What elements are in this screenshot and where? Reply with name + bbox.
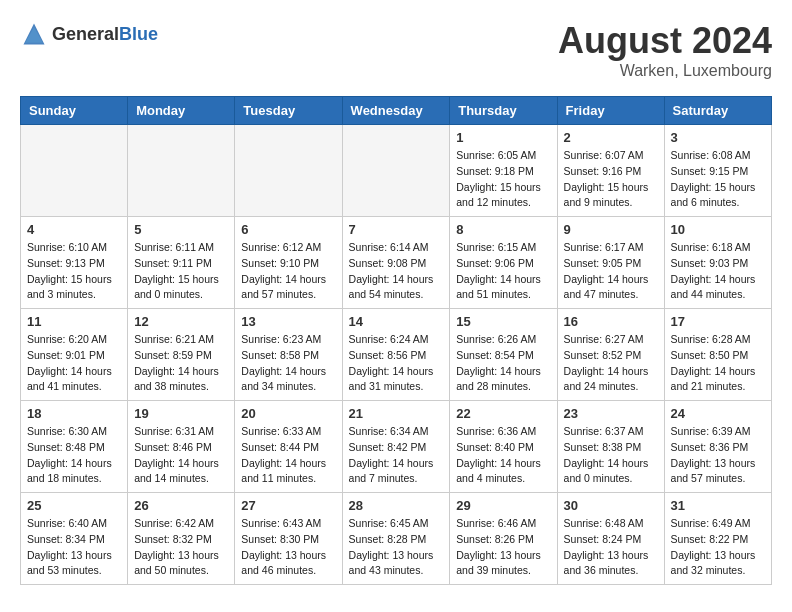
day-number: 26	[134, 498, 228, 513]
calendar-cell	[128, 125, 235, 217]
day-number: 4	[27, 222, 121, 237]
day-info: Sunrise: 6:23 AM Sunset: 8:58 PM Dayligh…	[241, 332, 335, 395]
calendar-cell: 21Sunrise: 6:34 AM Sunset: 8:42 PM Dayli…	[342, 401, 450, 493]
calendar-cell: 1Sunrise: 6:05 AM Sunset: 9:18 PM Daylig…	[450, 125, 557, 217]
month-year: August 2024	[558, 20, 772, 62]
calendar-cell: 19Sunrise: 6:31 AM Sunset: 8:46 PM Dayli…	[128, 401, 235, 493]
week-row-2: 4Sunrise: 6:10 AM Sunset: 9:13 PM Daylig…	[21, 217, 772, 309]
title-block: August 2024 Warken, Luxembourg	[558, 20, 772, 80]
day-number: 3	[671, 130, 765, 145]
day-number: 27	[241, 498, 335, 513]
logo-icon	[20, 20, 48, 48]
day-info: Sunrise: 6:10 AM Sunset: 9:13 PM Dayligh…	[27, 240, 121, 303]
calendar-cell: 28Sunrise: 6:45 AM Sunset: 8:28 PM Dayli…	[342, 493, 450, 585]
calendar-cell: 17Sunrise: 6:28 AM Sunset: 8:50 PM Dayli…	[664, 309, 771, 401]
day-number: 6	[241, 222, 335, 237]
day-number: 31	[671, 498, 765, 513]
calendar-cell: 3Sunrise: 6:08 AM Sunset: 9:15 PM Daylig…	[664, 125, 771, 217]
weekday-header-row: Sunday Monday Tuesday Wednesday Thursday…	[21, 97, 772, 125]
day-info: Sunrise: 6:46 AM Sunset: 8:26 PM Dayligh…	[456, 516, 550, 579]
calendar-cell: 11Sunrise: 6:20 AM Sunset: 9:01 PM Dayli…	[21, 309, 128, 401]
calendar-cell: 23Sunrise: 6:37 AM Sunset: 8:38 PM Dayli…	[557, 401, 664, 493]
day-info: Sunrise: 6:14 AM Sunset: 9:08 PM Dayligh…	[349, 240, 444, 303]
day-info: Sunrise: 6:31 AM Sunset: 8:46 PM Dayligh…	[134, 424, 228, 487]
day-number: 19	[134, 406, 228, 421]
header-saturday: Saturday	[664, 97, 771, 125]
day-number: 25	[27, 498, 121, 513]
day-number: 30	[564, 498, 658, 513]
svg-marker-1	[25, 27, 43, 43]
day-number: 5	[134, 222, 228, 237]
day-info: Sunrise: 6:37 AM Sunset: 8:38 PM Dayligh…	[564, 424, 658, 487]
calendar-cell	[342, 125, 450, 217]
calendar-cell: 22Sunrise: 6:36 AM Sunset: 8:40 PM Dayli…	[450, 401, 557, 493]
calendar-cell: 4Sunrise: 6:10 AM Sunset: 9:13 PM Daylig…	[21, 217, 128, 309]
header-friday: Friday	[557, 97, 664, 125]
calendar-cell: 14Sunrise: 6:24 AM Sunset: 8:56 PM Dayli…	[342, 309, 450, 401]
day-info: Sunrise: 6:49 AM Sunset: 8:22 PM Dayligh…	[671, 516, 765, 579]
day-number: 15	[456, 314, 550, 329]
day-info: Sunrise: 6:08 AM Sunset: 9:15 PM Dayligh…	[671, 148, 765, 211]
day-info: Sunrise: 6:42 AM Sunset: 8:32 PM Dayligh…	[134, 516, 228, 579]
day-number: 11	[27, 314, 121, 329]
day-info: Sunrise: 6:48 AM Sunset: 8:24 PM Dayligh…	[564, 516, 658, 579]
header-monday: Monday	[128, 97, 235, 125]
calendar-cell: 2Sunrise: 6:07 AM Sunset: 9:16 PM Daylig…	[557, 125, 664, 217]
day-info: Sunrise: 6:26 AM Sunset: 8:54 PM Dayligh…	[456, 332, 550, 395]
calendar-cell	[235, 125, 342, 217]
day-number: 21	[349, 406, 444, 421]
day-number: 7	[349, 222, 444, 237]
calendar-cell: 25Sunrise: 6:40 AM Sunset: 8:34 PM Dayli…	[21, 493, 128, 585]
logo: GeneralBlue	[20, 20, 158, 48]
day-number: 18	[27, 406, 121, 421]
day-info: Sunrise: 6:15 AM Sunset: 9:06 PM Dayligh…	[456, 240, 550, 303]
header-sunday: Sunday	[21, 97, 128, 125]
day-info: Sunrise: 6:28 AM Sunset: 8:50 PM Dayligh…	[671, 332, 765, 395]
day-number: 28	[349, 498, 444, 513]
day-number: 9	[564, 222, 658, 237]
day-number: 22	[456, 406, 550, 421]
day-info: Sunrise: 6:17 AM Sunset: 9:05 PM Dayligh…	[564, 240, 658, 303]
calendar-cell: 7Sunrise: 6:14 AM Sunset: 9:08 PM Daylig…	[342, 217, 450, 309]
calendar-cell: 15Sunrise: 6:26 AM Sunset: 8:54 PM Dayli…	[450, 309, 557, 401]
calendar-cell: 12Sunrise: 6:21 AM Sunset: 8:59 PM Dayli…	[128, 309, 235, 401]
day-info: Sunrise: 6:11 AM Sunset: 9:11 PM Dayligh…	[134, 240, 228, 303]
day-info: Sunrise: 6:18 AM Sunset: 9:03 PM Dayligh…	[671, 240, 765, 303]
calendar-cell: 27Sunrise: 6:43 AM Sunset: 8:30 PM Dayli…	[235, 493, 342, 585]
day-number: 24	[671, 406, 765, 421]
day-number: 13	[241, 314, 335, 329]
logo-blue: Blue	[119, 24, 158, 44]
calendar-cell: 13Sunrise: 6:23 AM Sunset: 8:58 PM Dayli…	[235, 309, 342, 401]
calendar-cell	[21, 125, 128, 217]
location: Warken, Luxembourg	[558, 62, 772, 80]
week-row-5: 25Sunrise: 6:40 AM Sunset: 8:34 PM Dayli…	[21, 493, 772, 585]
calendar-cell: 16Sunrise: 6:27 AM Sunset: 8:52 PM Dayli…	[557, 309, 664, 401]
day-number: 8	[456, 222, 550, 237]
calendar-cell: 24Sunrise: 6:39 AM Sunset: 8:36 PM Dayli…	[664, 401, 771, 493]
calendar-cell: 10Sunrise: 6:18 AM Sunset: 9:03 PM Dayli…	[664, 217, 771, 309]
day-info: Sunrise: 6:20 AM Sunset: 9:01 PM Dayligh…	[27, 332, 121, 395]
day-number: 12	[134, 314, 228, 329]
calendar-cell: 31Sunrise: 6:49 AM Sunset: 8:22 PM Dayli…	[664, 493, 771, 585]
day-info: Sunrise: 6:40 AM Sunset: 8:34 PM Dayligh…	[27, 516, 121, 579]
logo-general: General	[52, 24, 119, 44]
day-number: 10	[671, 222, 765, 237]
day-info: Sunrise: 6:36 AM Sunset: 8:40 PM Dayligh…	[456, 424, 550, 487]
day-info: Sunrise: 6:21 AM Sunset: 8:59 PM Dayligh…	[134, 332, 228, 395]
calendar-cell: 6Sunrise: 6:12 AM Sunset: 9:10 PM Daylig…	[235, 217, 342, 309]
calendar-cell: 9Sunrise: 6:17 AM Sunset: 9:05 PM Daylig…	[557, 217, 664, 309]
day-info: Sunrise: 6:12 AM Sunset: 9:10 PM Dayligh…	[241, 240, 335, 303]
page-header: GeneralBlue August 2024 Warken, Luxembou…	[20, 20, 772, 80]
day-number: 2	[564, 130, 658, 145]
header-thursday: Thursday	[450, 97, 557, 125]
calendar-cell: 5Sunrise: 6:11 AM Sunset: 9:11 PM Daylig…	[128, 217, 235, 309]
day-info: Sunrise: 6:27 AM Sunset: 8:52 PM Dayligh…	[564, 332, 658, 395]
day-info: Sunrise: 6:34 AM Sunset: 8:42 PM Dayligh…	[349, 424, 444, 487]
day-info: Sunrise: 6:33 AM Sunset: 8:44 PM Dayligh…	[241, 424, 335, 487]
day-number: 1	[456, 130, 550, 145]
calendar-cell: 30Sunrise: 6:48 AM Sunset: 8:24 PM Dayli…	[557, 493, 664, 585]
week-row-1: 1Sunrise: 6:05 AM Sunset: 9:18 PM Daylig…	[21, 125, 772, 217]
day-number: 17	[671, 314, 765, 329]
day-info: Sunrise: 6:07 AM Sunset: 9:16 PM Dayligh…	[564, 148, 658, 211]
header-wednesday: Wednesday	[342, 97, 450, 125]
